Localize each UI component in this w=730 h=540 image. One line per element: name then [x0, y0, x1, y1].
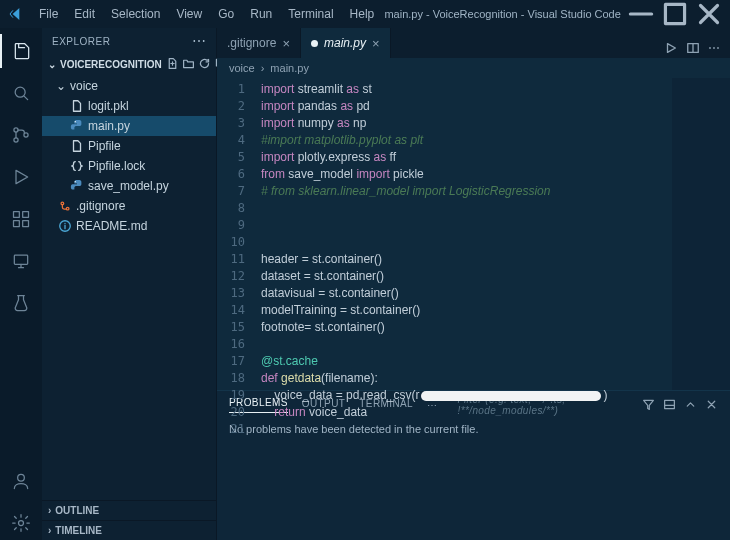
- file-label: README.md: [76, 219, 147, 233]
- svg-point-3: [14, 138, 18, 142]
- chevron-down-icon: ⌄: [48, 59, 56, 70]
- activity-extensions[interactable]: [0, 202, 42, 236]
- svg-point-10: [18, 474, 25, 481]
- svg-rect-8: [23, 221, 29, 227]
- explorer-title: EXPLORER: [52, 36, 110, 47]
- svg-point-1: [15, 87, 25, 97]
- file-icon: [58, 219, 72, 233]
- file-item[interactable]: Pipfile.lock: [42, 156, 216, 176]
- activity-settings[interactable]: [0, 506, 42, 540]
- code-line[interactable]: #import matplotlib.pyplot as plt: [261, 132, 672, 149]
- file-label: Pipfile: [88, 139, 121, 153]
- window-controls: [624, 0, 726, 28]
- code-line[interactable]: voice_data = pd.read_csv(r): [261, 387, 672, 404]
- activity-run-debug[interactable]: [0, 160, 42, 194]
- line-number-gutter: 123456789101112131415161718192021: [217, 78, 253, 390]
- svg-rect-9: [14, 255, 27, 264]
- code-line[interactable]: import numpy as np: [261, 115, 672, 132]
- project-section-header[interactable]: ⌄ VOICERECOGNITION: [42, 54, 216, 74]
- breadcrumb-item[interactable]: main.py: [270, 62, 309, 74]
- code-editor[interactable]: import streamlit as stimport pandas as p…: [253, 78, 672, 390]
- run-file-button[interactable]: [664, 41, 678, 58]
- menu-terminal[interactable]: Terminal: [281, 3, 340, 25]
- chevron-right-icon: ›: [48, 505, 51, 516]
- maximize-button[interactable]: [658, 0, 692, 28]
- explorer-sidebar: EXPLORER ⋯ ⌄ VOICERECOGNITION ⌄ voice lo…: [42, 28, 217, 540]
- svg-rect-6: [23, 212, 29, 218]
- close-panel-icon[interactable]: [705, 398, 718, 413]
- menu-edit[interactable]: Edit: [67, 3, 102, 25]
- refresh-icon[interactable]: [198, 57, 211, 72]
- collapsed-section[interactable]: ›TIMELINE: [42, 520, 216, 540]
- code-line[interactable]: [261, 336, 672, 353]
- activity-source-control[interactable]: [0, 118, 42, 152]
- file-item[interactable]: README.md: [42, 216, 216, 236]
- code-line[interactable]: footnote= st.container(): [261, 319, 672, 336]
- code-line[interactable]: import plotly.express as ff: [261, 149, 672, 166]
- maximize-panel-icon[interactable]: [684, 398, 697, 413]
- file-item[interactable]: main.py: [42, 116, 216, 136]
- activity-search[interactable]: [0, 76, 42, 110]
- svg-point-11: [19, 521, 24, 526]
- menu-view[interactable]: View: [169, 3, 209, 25]
- file-label: main.py: [88, 119, 130, 133]
- tab-label: main.py: [324, 36, 366, 50]
- minimap[interactable]: [672, 78, 730, 390]
- file-label: save_model.py: [88, 179, 169, 193]
- editor-more-icon[interactable]: ⋯: [708, 41, 720, 58]
- chevron-right-icon: ›: [261, 62, 265, 74]
- code-line[interactable]: [261, 234, 672, 251]
- editor-area: .gitignore×main.py× ⋯ voice › main.py 12…: [217, 28, 730, 540]
- code-line[interactable]: [261, 421, 672, 438]
- code-line[interactable]: modelTraining = st.container(): [261, 302, 672, 319]
- code-line[interactable]: header = st.container(): [261, 251, 672, 268]
- activity-accounts[interactable]: [0, 464, 42, 498]
- file-icon: [70, 99, 84, 113]
- menu-file[interactable]: File: [32, 3, 65, 25]
- tab-label: .gitignore: [227, 36, 276, 50]
- file-item[interactable]: .gitignore: [42, 196, 216, 216]
- editor-tab[interactable]: .gitignore×: [217, 28, 301, 58]
- breadcrumb-item[interactable]: voice: [229, 62, 255, 74]
- file-item[interactable]: Pipfile: [42, 136, 216, 156]
- menu-go[interactable]: Go: [211, 3, 241, 25]
- code-line[interactable]: dataset = st.container(): [261, 268, 672, 285]
- editor-tab[interactable]: main.py×: [301, 28, 391, 58]
- file-icon: [58, 199, 72, 213]
- folder-label: voice: [70, 79, 98, 93]
- code-line[interactable]: @st.cache: [261, 353, 672, 370]
- svg-rect-0: [665, 4, 684, 23]
- code-line[interactable]: import pandas as pd: [261, 98, 672, 115]
- split-editor-button[interactable]: [686, 41, 700, 58]
- new-file-icon[interactable]: [166, 57, 179, 72]
- code-line[interactable]: # from sklearn.linear_model import Logis…: [261, 183, 672, 200]
- menu-run[interactable]: Run: [243, 3, 279, 25]
- activity-bar: [0, 28, 42, 540]
- window-title: main.py - VoiceRecognition - Visual Stud…: [381, 8, 624, 20]
- minimize-button[interactable]: [624, 0, 658, 28]
- close-tab-icon[interactable]: ×: [372, 36, 380, 51]
- code-line[interactable]: [261, 217, 672, 234]
- code-line[interactable]: from save_model import pickle: [261, 166, 672, 183]
- menu-selection[interactable]: Selection: [104, 3, 167, 25]
- code-line[interactable]: def getdata(filename):: [261, 370, 672, 387]
- close-button[interactable]: [692, 0, 726, 28]
- explorer-more-icon[interactable]: ⋯: [192, 33, 207, 49]
- code-line[interactable]: import streamlit as st: [261, 81, 672, 98]
- svg-rect-7: [14, 221, 20, 227]
- folder-item[interactable]: ⌄ voice: [42, 76, 216, 96]
- code-line[interactable]: [261, 200, 672, 217]
- activity-explorer[interactable]: [0, 34, 42, 68]
- menu-help[interactable]: Help: [343, 3, 382, 25]
- close-tab-icon[interactable]: ×: [282, 36, 290, 51]
- activity-remote[interactable]: [0, 244, 42, 278]
- file-item[interactable]: save_model.py: [42, 176, 216, 196]
- file-item[interactable]: logit.pkl: [42, 96, 216, 116]
- code-line[interactable]: return voice_data: [261, 404, 672, 421]
- collapsed-section[interactable]: ›OUTLINE: [42, 500, 216, 520]
- activity-testing[interactable]: [0, 286, 42, 320]
- file-icon: [70, 179, 84, 193]
- code-line[interactable]: datavisual = st.container(): [261, 285, 672, 302]
- new-folder-icon[interactable]: [182, 57, 195, 72]
- breadcrumb[interactable]: voice › main.py: [217, 58, 730, 78]
